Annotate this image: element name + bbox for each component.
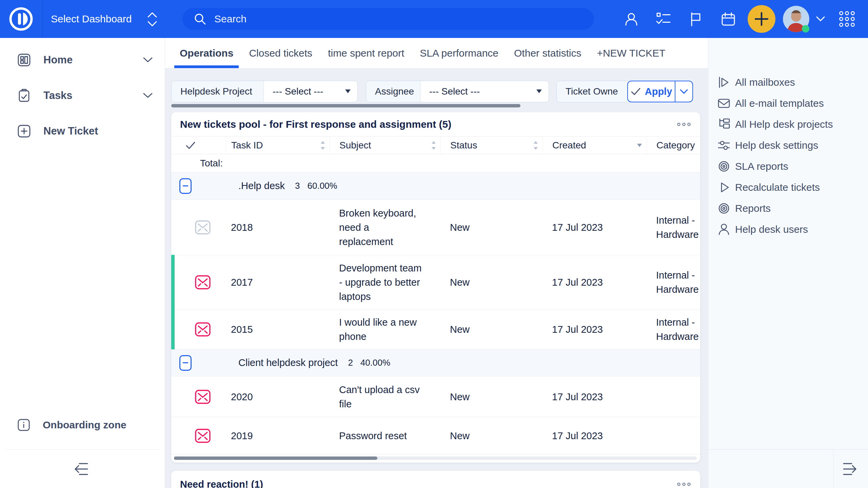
tab-operations[interactable]: Operations: [174, 38, 239, 68]
sidebar-item-all-mailboxes[interactable]: All mailboxes: [708, 72, 868, 93]
home-dashboard-icon: [17, 53, 31, 67]
cell-task-id: 2017: [225, 255, 330, 309]
filter-label: Assignee: [366, 81, 420, 102]
sort-icon[interactable]: [431, 140, 436, 150]
sidebar-divider: [708, 449, 868, 450]
dashboard-selector-chevrons-icon[interactable]: [146, 10, 158, 28]
sidebar-item-label: Reports: [735, 203, 771, 214]
sidebar-item-home[interactable]: Home: [0, 42, 165, 78]
envelope-unread-icon: [171, 309, 225, 349]
dashboard-selector[interactable]: Select Dashboard: [51, 0, 132, 38]
apply-dropdown-button[interactable]: [675, 81, 692, 102]
apply-button[interactable]: Apply: [628, 81, 675, 102]
cell-category: Internal - Hardware: [656, 315, 700, 344]
group-row-help-desk: .Help desk 3 60.00%: [171, 172, 700, 200]
tab-sla-performance[interactable]: SLA performance: [414, 38, 504, 68]
search-bar[interactable]: [182, 8, 594, 30]
sidebar-item-label: Recalculate tickets: [735, 182, 820, 193]
cell-status: New: [440, 417, 542, 454]
cell-created: 17 Jul 2023: [542, 200, 647, 255]
sidebar-item-all-help-desk-projects[interactable]: All Help desk projects: [708, 114, 868, 135]
tab-new-ticket[interactable]: +NEW TICKET: [591, 38, 671, 68]
cell-created: 17 Jul 2023: [542, 377, 647, 417]
total-row: Total:: [171, 154, 700, 172]
panel-menu-icon[interactable]: [676, 121, 691, 128]
table-row-2015[interactable]: 2015 I would like a new phone New 17 Jul…: [171, 309, 700, 349]
sidebar-item-reports[interactable]: Reports: [708, 198, 868, 219]
apps-grid-icon[interactable]: [838, 10, 856, 28]
column-header-category[interactable]: Category: [647, 137, 700, 154]
cell-subject: Password reset: [339, 429, 424, 443]
sidebar-item-label: All e-mail templates: [735, 98, 824, 109]
column-header-status[interactable]: Status: [440, 137, 542, 154]
cell-created: 17 Jul 2023: [542, 417, 647, 454]
sidebar-item-label: SLA reports: [735, 161, 788, 172]
tab-closed-tickets[interactable]: Closed tickets: [243, 38, 318, 68]
apply-label: Apply: [645, 86, 672, 97]
table-header: Task ID Subject Status: [171, 137, 700, 154]
sort-icon[interactable]: [533, 140, 538, 150]
filter-select[interactable]: --- Select ---: [264, 81, 357, 102]
sort-desc-icon[interactable]: [636, 143, 643, 148]
target-icon: [717, 202, 731, 215]
cell-task-id: 2019: [225, 417, 330, 454]
table-row-2017[interactable]: 2017 Development team - upgrade to bette…: [171, 255, 700, 309]
tab-bar: Operations Closed tickets time spent rep…: [165, 38, 708, 68]
panel-menu-icon[interactable]: [676, 481, 691, 488]
sidebar-item-new-ticket[interactable]: New Ticket: [0, 113, 165, 149]
online-status-dot: [802, 25, 809, 33]
collapse-group-button[interactable]: [179, 178, 192, 194]
collapse-group-button[interactable]: [179, 355, 192, 371]
add-button[interactable]: [748, 5, 775, 33]
collapse-right-sidebar-icon[interactable]: [841, 460, 859, 478]
select-all-checkmark[interactable]: [171, 137, 225, 154]
tab-other-statistics[interactable]: Other statistics: [509, 38, 587, 68]
profile-icon[interactable]: [624, 12, 639, 26]
app-logo[interactable]: [6, 4, 36, 34]
column-header-task-id[interactable]: Task ID: [225, 137, 330, 154]
table-scrollbar-thumb[interactable]: [174, 456, 377, 460]
checklist-icon[interactable]: [656, 12, 671, 26]
filter-select[interactable]: --- Select ---: [420, 81, 549, 102]
cell-status: New: [440, 200, 542, 255]
filter-ticket-owner[interactable]: Ticket Owne: [556, 81, 627, 102]
flag-icon[interactable]: [688, 12, 703, 26]
sidebar-item-help-desk-settings[interactable]: Help desk settings: [708, 135, 868, 156]
sidebar-item-tasks[interactable]: Tasks: [0, 78, 165, 113]
sidebar-item-all-email-templates[interactable]: All e-mail templates: [708, 93, 868, 114]
table-row-2018[interactable]: 2018 Broken keyboard, need a replacement…: [171, 200, 700, 255]
info-icon: [17, 418, 31, 432]
search-input[interactable]: [214, 13, 553, 25]
mailbox-play-icon: [717, 76, 731, 89]
horizontal-scrollbar[interactable]: [171, 104, 520, 107]
sidebar-item-label: Help desk settings: [735, 140, 818, 151]
sidebar-item-help-desk-users[interactable]: Help desk users: [708, 219, 868, 240]
cell-task-id: 2015: [225, 309, 330, 349]
chevron-down-icon[interactable]: [143, 57, 153, 63]
sidebar-item-onboarding-zone[interactable]: Onboarding zone: [17, 415, 126, 435]
collapse-sidebar-icon[interactable]: [73, 460, 90, 478]
calendar-icon[interactable]: [721, 12, 736, 26]
avatar[interactable]: [783, 6, 809, 32]
sidebar-item-sla-reports[interactable]: SLA reports: [708, 156, 868, 177]
sidebar-item-label: All mailboxes: [735, 77, 795, 88]
chevron-down-icon[interactable]: [143, 93, 153, 98]
sort-icon[interactable]: [320, 140, 326, 150]
avatar-chevron-down-icon[interactable]: [816, 16, 825, 22]
cell-status: New: [440, 255, 542, 309]
content-area: Helpdesk Project --- Select --- Assignee…: [165, 69, 708, 488]
column-header-created[interactable]: Created: [542, 137, 647, 154]
cell-task-id: 2018: [225, 200, 330, 255]
left-sidebar: Home Tasks: [0, 38, 165, 488]
play-icon: [717, 181, 731, 194]
envelope-icon: [717, 97, 731, 110]
tab-time-spent-report[interactable]: time spent report: [322, 38, 410, 68]
user-icon: [717, 223, 731, 236]
sidebar-item-recalculate-tickets[interactable]: Recalculate tickets: [708, 177, 868, 198]
group-row-client-helpdesk: Client helpdesk project 2 40.00%: [171, 349, 700, 377]
cell-created: 17 Jul 2023: [542, 309, 647, 349]
table-row-2020[interactable]: 2020 Can't upload a csv file New 17 Jul …: [171, 377, 700, 417]
column-header-subject[interactable]: Subject: [330, 137, 440, 154]
table-row-2019[interactable]: 2019 Password reset New 17 Jul 2023: [171, 417, 700, 454]
cell-subject: Can't upload a csv file: [339, 383, 424, 411]
